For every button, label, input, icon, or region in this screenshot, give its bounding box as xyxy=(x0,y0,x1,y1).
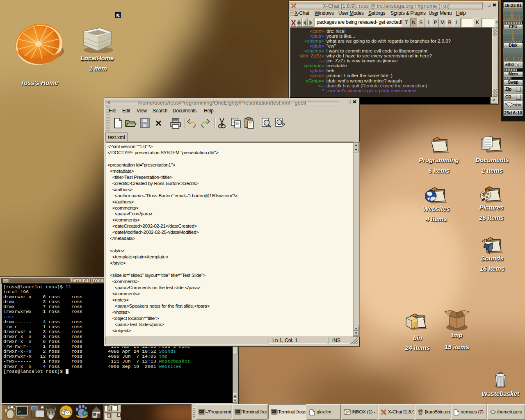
svg-text:>_: >_ xyxy=(18,409,24,414)
